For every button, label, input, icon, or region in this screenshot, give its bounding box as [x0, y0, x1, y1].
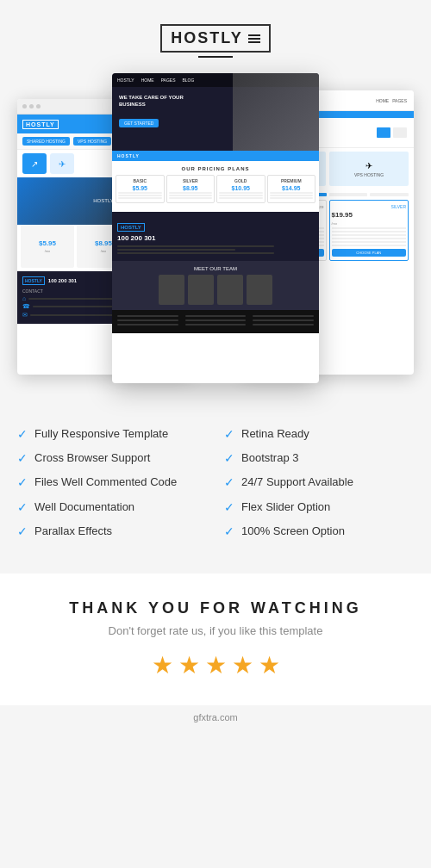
left-hero-text: HOSTLY	[93, 197, 114, 204]
mid-plan-gold: GOLD $10.95	[216, 175, 265, 203]
feature-parallax: ✓ Parallax Effects	[17, 524, 207, 539]
feature-commented: ✓ Files Well Commented Code	[17, 474, 207, 490]
mid-nav-home: HOME	[141, 78, 154, 83]
star-3: ★	[205, 651, 227, 679]
left-plan-label-1: /mo	[45, 249, 51, 253]
stars-row: ★ ★ ★ ★ ★	[152, 651, 280, 679]
left-price-1: $5.95	[39, 239, 56, 247]
mid-plan-basic: BASIC $5.95	[116, 175, 165, 203]
mid-plan-line-3c	[219, 197, 263, 199]
check-icon-2: ✓	[17, 451, 28, 465]
feature-support: ✓ 24/7 Support Available	[224, 474, 414, 490]
mid-plan-line-4b	[270, 195, 314, 196]
shared-hosting-btn: SHARED HOSTING	[22, 137, 70, 146]
right-mini-btn-2	[393, 127, 407, 138]
mid-dc-line-2	[117, 249, 235, 251]
feature-label-7: Bootstrap 3	[241, 450, 299, 466]
mid-plan-line-3a	[219, 192, 263, 194]
mid-footer-line-8	[253, 319, 314, 321]
mid-plan-line-1c	[118, 197, 162, 199]
feature-label-3: Files Well Commented Code	[34, 474, 177, 490]
right-nav-pages: PAGES	[392, 98, 407, 103]
thankyou-title: THANK YOU FOR WATCHING	[69, 599, 361, 617]
feature-label-8: 24/7 Support Available	[241, 474, 353, 490]
mid-footer-line-3	[117, 324, 178, 326]
mid-plan-price-1: $5.95	[118, 185, 162, 191]
feature-label-9: Flex Slider Option	[241, 499, 330, 515]
left-plan-label-2: /mo	[101, 249, 107, 253]
mid-plan-name-2: SILVER	[169, 178, 213, 183]
right-tab-line-4	[370, 193, 409, 196]
right-silver-line-1	[332, 227, 407, 229]
mid-hero-dark: HOSTLY HOME PAGES BLOG WE TAKE CARE OF Y…	[112, 73, 319, 151]
right-silver-col: SILVER $19.95 /mo CHOOSE PLAN	[329, 200, 409, 261]
thankyou-subtitle: Don't forget rate us, if you like this t…	[109, 624, 323, 637]
right-silver-line-2	[332, 231, 407, 232]
right-mini-btn-1	[377, 127, 390, 138]
check-icon-1: ✓	[17, 427, 28, 441]
mid-plan-price-4: $14.95	[270, 185, 314, 191]
mid-dc-line-3	[117, 252, 274, 254]
star-5: ★	[259, 651, 280, 679]
mid-hostly-bar: HOSTLY	[112, 151, 319, 161]
mid-team-member-2	[188, 275, 214, 305]
mid-plan-line-1b	[118, 195, 162, 196]
right-tab-line-3	[329, 193, 368, 196]
mid-footer-line-7	[253, 315, 314, 317]
right-mini-btns	[377, 127, 407, 138]
check-icon-6: ✓	[224, 427, 234, 441]
mid-plan-line-3b	[219, 195, 263, 196]
right-silver-line-3	[332, 234, 407, 236]
browser-dot-1	[22, 104, 27, 108]
mid-dc-brand: HOSTLY	[117, 223, 145, 232]
feature-label-4: Well Documentation	[34, 499, 134, 515]
mid-plan-line-2b	[169, 195, 213, 196]
right-silver-btn[interactable]: CHOOSE PLAN	[332, 249, 407, 257]
mid-dc-number: 100 200 301	[117, 234, 314, 242]
feature-crossbrowser: ✓ Cross Browser Support	[17, 450, 207, 466]
mid-plan-line-2a	[169, 192, 213, 194]
thankyou-section: THANK YOU FOR WATCHING Don't forget rate…	[0, 574, 431, 705]
right-nav-home: HOME	[376, 98, 389, 103]
left-plan-1: $5.95 /mo	[21, 225, 74, 268]
mid-pricing-title: OUR PRICING PLANS	[116, 166, 315, 171]
star-1: ★	[152, 651, 173, 679]
phone-icon: ☎	[22, 303, 30, 310]
share-icon: ↗	[22, 153, 47, 174]
right-silver-name: SILVER	[332, 204, 407, 209]
mid-team-title: MEET OUR TEAM	[117, 266, 314, 271]
mid-plan-premium: PREMIUM $14.95	[267, 175, 316, 203]
logo-lines-icon	[248, 34, 260, 43]
mid-plan-name-3: GOLD	[219, 178, 263, 183]
mid-final-dark	[112, 310, 319, 333]
right-silver-price: $19.95	[332, 211, 407, 219]
feature-label-5: Parallax Effects	[34, 524, 112, 539]
check-icon-5: ✓	[17, 524, 28, 538]
send-icon: ✈	[50, 153, 74, 174]
check-icon-10: ✓	[224, 524, 234, 538]
left-brand: HOSTLY	[22, 120, 59, 129]
left-phone-number: 100 200 301	[48, 278, 77, 283]
check-icon-8: ✓	[224, 475, 234, 489]
mid-team-section: MEET OUR TEAM	[112, 261, 319, 310]
mid-footer-col-2	[185, 315, 247, 328]
mid-plan-silver: SILVER $8.95	[166, 175, 216, 203]
vps-hosting-btn: VPS HOSTING	[73, 137, 111, 146]
mail-icon: ✉	[22, 312, 28, 319]
mid-plan-price-3: $10.95	[219, 185, 263, 191]
mid-nav-blog: BLOG	[183, 78, 195, 83]
mid-nav-pages: PAGES	[161, 78, 176, 83]
feature-retina: ✓ Retina Ready	[224, 426, 414, 442]
mid-team-member-4	[247, 275, 272, 305]
mid-nav-brand: HOSTLY	[117, 78, 134, 83]
mid-footer-line-5	[185, 319, 247, 321]
features-section: ✓ Fully Responsive Template ✓ Retina Rea…	[17, 426, 414, 539]
watermark: gfxtra.com	[0, 705, 431, 733]
logo-section: HOSTLY	[160, 24, 270, 58]
mid-plan-line-4c	[270, 197, 314, 199]
mid-hero-btn: GET STARTED	[119, 119, 159, 127]
check-icon-9: ✓	[224, 500, 234, 514]
mid-dark-contact: HOSTLY 100 200 301	[112, 212, 319, 261]
mid-team-row	[117, 275, 314, 305]
left-price-2: $8.95	[95, 239, 112, 247]
